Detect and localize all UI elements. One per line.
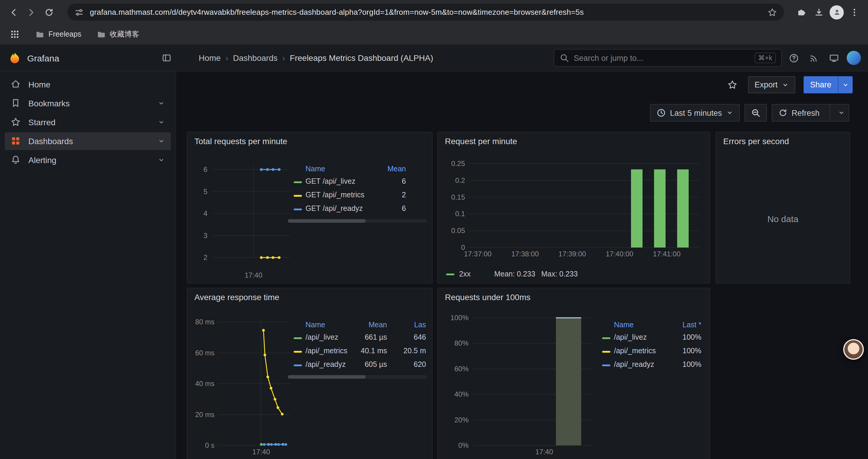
grafana-logo-icon[interactable] [8,52,21,64]
legend-series-name[interactable]: /api/_readyz [614,360,654,369]
chevron-down-icon[interactable] [158,100,165,107]
legend-row[interactable]: /api/_livez661 µs646 [288,331,427,345]
chevron-down-icon [782,81,789,88]
bookmark-folder-blogs[interactable]: 收藏博客 [93,28,143,41]
refresh-main[interactable]: Refresh [772,108,826,118]
refresh-interval-caret[interactable] [834,109,848,117]
legend-col-mean[interactable]: Mean [368,321,387,329]
bookmark-star-icon[interactable] [768,7,777,17]
breadcrumb-home[interactable]: Home [198,53,221,63]
legend-series-name[interactable]: /api/_livez [306,333,338,341]
legend-col-last[interactable]: Last * [682,321,701,329]
chart-canvas[interactable]: 6543217:40 [191,150,295,282]
legend-col-mean[interactable]: Mean [387,165,406,173]
legend-row[interactable]: GET /api/_metrics2 [288,189,427,203]
axis-tick-label: 0.25 [451,160,465,167]
button-divider [830,104,830,121]
series-swatch [294,208,302,210]
chevron-down-icon[interactable] [158,119,165,126]
sidebar-item-dashboards[interactable]: Dashboards [5,132,171,150]
legend-series-name[interactable]: GET /api/_livez [306,177,355,186]
browser-menu-icon[interactable] [845,3,863,21]
legend-value: 100% [682,347,701,355]
legend-row[interactable]: /api/_readyz605 µs620 [288,359,427,372]
back-icon[interactable] [5,3,23,21]
profile-icon[interactable] [828,3,845,21]
legend-row[interactable]: /api/_readyz100% [596,359,704,372]
series-swatch [294,195,302,197]
legend-row[interactable]: GET /api/_readyz6 [288,203,427,216]
zoom-out-button[interactable] [744,104,767,122]
series-point [277,406,279,409]
chevron-down-icon[interactable] [158,157,165,164]
bookmark-icon [11,98,21,109]
legend-col-name[interactable]: Name [614,321,634,329]
panel-title[interactable]: Average response time [187,288,432,302]
news-icon[interactable] [805,50,822,66]
sidebar-item-home[interactable]: Home [5,76,171,93]
assistant-avatar-button[interactable] [843,339,864,360]
apps-grid-icon[interactable] [6,25,24,43]
display-icon[interactable] [826,50,842,66]
url-text[interactable]: grafana.mathmast.com/d/deytv4rwavabkb/fr… [90,8,768,17]
legend-scrollbar[interactable] [288,219,427,223]
sidebar-item-starred[interactable]: Starred [5,113,171,131]
legend-series-name[interactable]: /api/_livez [614,333,647,341]
legend-row[interactable]: /api/_livez100% [596,331,704,345]
chart-canvas[interactable]: 0.250.20.150.10.05017:37:0017:38:0017:39… [441,150,704,268]
export-button[interactable]: Export [748,76,795,93]
user-avatar[interactable] [847,51,861,65]
extensions-icon[interactable] [793,3,810,21]
legend-scrollbar[interactable] [288,375,427,379]
site-settings-icon[interactable] [74,7,84,17]
share-menu-caret[interactable] [838,76,852,93]
search-input[interactable]: Search or jump to... ⌘+k [554,49,782,67]
legend-scrollbar-thumb[interactable] [288,219,366,223]
legend-series-name[interactable]: /api/_readyz [306,360,346,369]
sidebar-item-alerting[interactable]: Alerting [5,151,171,169]
bookmark-label: 收藏博客 [110,29,139,39]
series-point [278,168,280,171]
time-range-picker[interactable]: Last 5 minutes [650,104,740,122]
legend-table: NameLast */api/_livez100%/api/_metrics10… [596,319,704,372]
bookmark-folder-freeleaps[interactable]: Freeleaps [32,28,85,40]
reload-icon[interactable] [40,3,58,21]
legend-series-name[interactable]: /api/_metrics [306,347,347,355]
chevron-down-icon[interactable] [158,138,165,145]
axis-tick-label: 0 s [205,441,215,449]
legend-scrollbar-thumb[interactable] [288,375,366,379]
favorite-star-icon[interactable] [725,78,740,92]
panel-title[interactable]: Errors per second [716,132,850,146]
zoom-out-icon [751,108,760,118]
legend-value: 646 [414,333,426,341]
collapse-sidebar-icon[interactable] [158,50,175,66]
panel-title[interactable]: Requests under 100ms [438,288,710,302]
series-point [260,168,262,171]
downloads-icon[interactable] [810,3,828,21]
breadcrumb-dashboards[interactable]: Dashboards [233,53,277,63]
legend-series-name[interactable]: GET /api/_metrics [306,191,365,199]
share-button[interactable]: Share [804,76,852,93]
chart-canvas[interactable]: 80 ms60 ms40 ms20 ms0 s17:40 [191,306,295,459]
address-bar[interactable]: grafana.mathmast.com/d/deytv4rwavabkb/fr… [67,4,784,21]
legend-col-name[interactable]: Name [306,165,325,173]
refresh-button[interactable]: Refresh [771,104,849,122]
sidebar-item-bookmarks[interactable]: Bookmarks [5,95,171,112]
legend-row[interactable]: /api/_metrics100% [596,345,704,359]
axis-tick-label: 6 [204,165,208,173]
bell-icon [11,155,21,165]
legend-series-name[interactable]: /api/_metrics [614,347,656,355]
bookmarks-bar: Freeleaps 收藏博客 [0,24,868,45]
panel-title[interactable]: Total requests per minute [187,132,432,146]
legend-row[interactable]: GET /api/_livez6 [288,175,427,189]
help-icon[interactable] [785,50,802,66]
legend-col-last[interactable]: Las [414,321,426,329]
legend-series-name[interactable]: GET /api/_readyz [306,204,363,213]
legend-row[interactable]: /api/_metrics40.1 ms20.5 m [288,345,427,359]
legend-col-name[interactable]: Name [306,321,325,329]
legend-series-name[interactable]: 2xx [459,270,471,278]
panel-title[interactable]: Request per minute [438,132,710,146]
chart-canvas[interactable]: 100%80%60%40%20%0%17:40 [441,306,594,459]
bar [654,169,665,248]
forward-icon[interactable] [23,3,40,21]
